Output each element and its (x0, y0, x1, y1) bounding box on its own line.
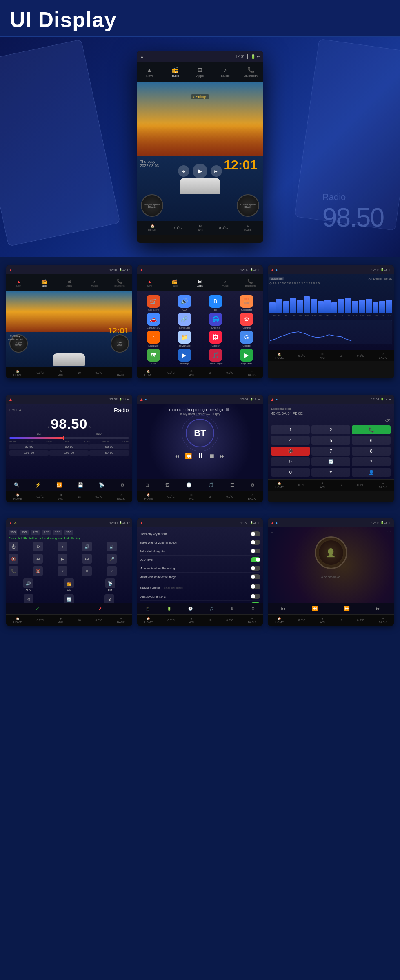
app-playstore[interactable]: ▶Play Store (232, 349, 261, 365)
ss3-home-btn[interactable]: 🏠HOME (275, 353, 284, 359)
ss4-next-arrow[interactable]: › (89, 424, 91, 429)
ss4-loop-icon[interactable]: 🔁 (56, 482, 62, 488)
ss8-toggle-2[interactable] (251, 540, 260, 545)
ss4-search-icon[interactable]: 🔍 (14, 482, 20, 488)
ss3-tab-default[interactable]: Default (373, 277, 382, 280)
ss5-grid-icon[interactable]: ⊞ (145, 482, 149, 488)
ss7-mute-btn[interactable]: 🔇 (9, 554, 18, 564)
ss8-phone-icon[interactable]: 📱 (145, 607, 150, 611)
ss6-home-btn[interactable]: 🏠HOME (275, 482, 284, 489)
ss4-preset-6[interactable]: 87.50 (89, 450, 129, 456)
ss5-play-btn[interactable]: ⏸ (197, 451, 204, 460)
phone-key-0[interactable]: 0 (271, 468, 310, 477)
ss4-preset-3[interactable]: 98.10 (89, 444, 129, 449)
ss4-ac-btn[interactable]: ❄A/C (58, 493, 63, 500)
app-eq[interactable]: 🎚Equalizer (139, 331, 168, 347)
ss7-aux-btn[interactable]: 🔊 (23, 578, 33, 588)
ss1-nav-apps[interactable]: ⊞Apps (56, 274, 82, 291)
ss3-tab-all[interactable]: All (369, 277, 372, 280)
app-appstore[interactable]: 🛒App Store (139, 295, 168, 311)
ss8-toggle-6[interactable] (251, 574, 260, 579)
ss8-toggle-7[interactable] (251, 584, 260, 589)
ss8-toggle-1[interactable] (251, 531, 260, 536)
ss1-home-btn[interactable]: 🏠HOME (13, 370, 22, 376)
hero-nav-music[interactable]: ♪ Music (213, 62, 238, 82)
ss4-seek-bar[interactable] (9, 437, 129, 439)
ss7-bt-icon-btn[interactable]: Ƀ (104, 594, 114, 603)
ss4-preset-5[interactable]: 108.00 (49, 450, 89, 456)
app-musicplayer[interactable]: 🎵Music Player (201, 349, 230, 365)
ss2-ac-btn[interactable]: ❄A/C (189, 370, 194, 376)
ss9-list-icon[interactable]: ≡ (271, 531, 273, 535)
app-carbitlink[interactable]: 🔗CarbitLink (170, 313, 199, 329)
hero-nav-bt[interactable]: 📞 Bluetooth (238, 62, 263, 82)
phone-key-star[interactable]: * (352, 457, 391, 466)
ss9-ac-btn[interactable]: ❄A/C (320, 617, 325, 624)
ss9-ctrl-next[interactable]: ⏭ (376, 606, 381, 611)
ss2-nav-bt[interactable]: 📞Bluetooth (238, 274, 263, 291)
app-chrome[interactable]: 🌐Chrome (201, 313, 230, 329)
ss5-music-icon[interactable]: 🎵 (208, 482, 214, 488)
phone-key-8[interactable]: 8 (352, 447, 391, 456)
app-aux[interactable]: 🔊AUX (170, 295, 199, 311)
ss5-rewind-btn[interactable]: ⏪ (185, 453, 192, 459)
ss4-prev-arrow[interactable]: ‹ (48, 424, 49, 429)
app-bt[interactable]: ɃBT (201, 295, 230, 311)
hero-nav-radio[interactable]: 📻 Radio (162, 62, 187, 82)
ss5-back-btn[interactable]: ↩BACK (248, 493, 256, 500)
app-gallery[interactable]: 🖼Gallery (201, 331, 230, 347)
ss4-back-btn[interactable]: ↩BACK (117, 493, 125, 500)
ss5-stop-btn[interactable]: ⏹ (209, 453, 215, 459)
hero-prev-btn[interactable]: ⏮ (178, 165, 189, 177)
ss7-play-btn[interactable]: ▶ (58, 554, 67, 564)
ss7-fm-btn[interactable]: 📡 (105, 578, 115, 588)
ss2-nav-radio[interactable]: 📻Radio (162, 274, 187, 291)
hero-home-btn[interactable]: 🏠 HOME (148, 224, 157, 231)
ss4-preset-4[interactable]: 106.10 (9, 450, 49, 456)
ss9-ctrl-prev[interactable]: ⏮ (281, 606, 286, 611)
ss8-gear-icon[interactable]: ⚙ (251, 607, 255, 611)
app-control[interactable]: ⚙Control (232, 313, 261, 329)
ss5-list-icon[interactable]: ☰ (230, 482, 234, 488)
ss7-next-btn[interactable]: ⏭ (82, 554, 92, 564)
app-files[interactable]: 📁FileManager (170, 331, 199, 347)
ss3-tab-setup[interactable]: Set up (384, 277, 392, 280)
ss7-settings-btn[interactable]: ⚙ (33, 542, 43, 551)
ss8-home-btn[interactable]: 🏠HOME (144, 617, 153, 624)
ss7-k2-btn[interactable]: K (82, 566, 92, 576)
ss7-dial-btn[interactable]: 🔄 (64, 594, 74, 603)
hero-ac-btn[interactable]: ❄ A/C (198, 224, 203, 231)
ss4-save-icon[interactable]: 💾 (78, 482, 83, 488)
ss5-prev-btn[interactable]: ⏮ (174, 453, 180, 459)
ss6-ac-btn[interactable]: ❄A/C (320, 482, 325, 489)
ss2-home-btn[interactable]: 🏠HOME (144, 370, 153, 376)
phone-key-6[interactable]: 6 (352, 436, 391, 445)
app-calc[interactable]: 🧮Calculator (232, 295, 261, 311)
ss7-vol-dn-btn[interactable]: 🔉 (107, 542, 117, 551)
ss8-toggle-5[interactable] (251, 566, 260, 571)
ss1-nav-radio[interactable]: 📻Radio (31, 274, 57, 291)
phone-key-hash[interactable]: # (311, 468, 350, 477)
ss1-back-btn[interactable]: ↩BACK (117, 370, 125, 376)
ss3-back-btn[interactable]: ↩BACK (379, 353, 387, 359)
ss7-vol-up-btn[interactable]: 🔊 (82, 542, 92, 551)
ss7-music-btn[interactable]: ♪ (58, 542, 67, 551)
phone-key-hangup[interactable]: 📵 (271, 447, 310, 456)
ss8-toggle-4[interactable] (251, 557, 260, 562)
ss9-ctrl-rew[interactable]: ⏪ (312, 606, 318, 611)
phone-key-2[interactable]: 2 (311, 425, 350, 434)
ss1-ac-btn[interactable]: ❄A/C (58, 370, 63, 376)
ss2-nav-music[interactable]: ♪Music (213, 274, 238, 291)
ss8-clock-icon[interactable]: 🕐 (188, 607, 193, 611)
hero-next-btn[interactable]: ⏭ (211, 165, 222, 177)
ss9-heart-icon[interactable]: ♡ (387, 531, 391, 535)
phone-key-contacts[interactable]: 👤 (352, 468, 391, 477)
ss9-ctrl-fwd[interactable]: ⏩ (344, 606, 350, 611)
ss4-settings-icon[interactable]: ⚙ (120, 482, 124, 488)
ss7-power-btn[interactable]: ⏻ (9, 542, 18, 551)
phone-key-call[interactable]: 📞 (352, 425, 391, 434)
ss7-k-btn[interactable]: K (58, 566, 67, 576)
ss8-battery-icon[interactable]: 🔋 (167, 607, 171, 611)
ss7-prev-btn[interactable]: ⏮ (33, 554, 43, 564)
ss9-home-btn[interactable]: 🏠HOME (275, 617, 284, 624)
